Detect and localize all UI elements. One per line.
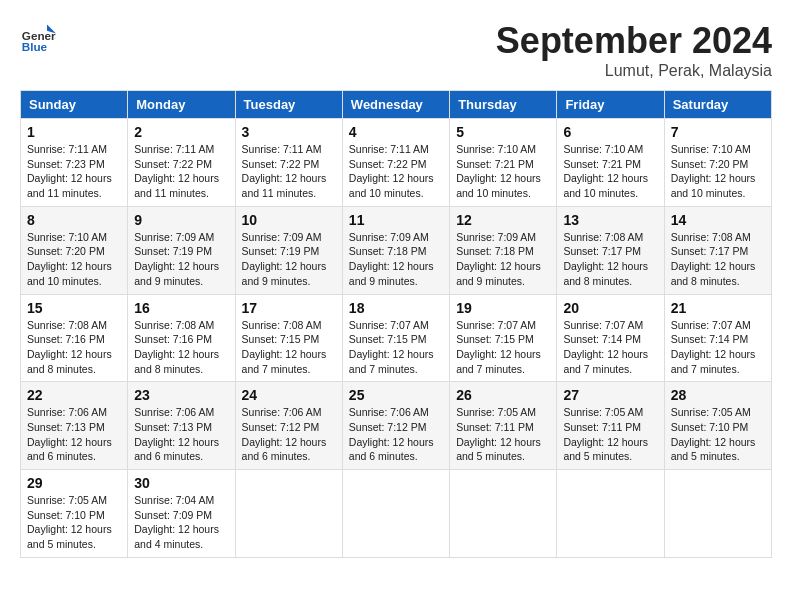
calendar-header-row: Sunday Monday Tuesday Wednesday Thursday…: [21, 91, 772, 119]
day-info: Sunrise: 7:07 AMSunset: 7:14 PMDaylight:…: [671, 318, 765, 377]
day-info: Sunrise: 7:09 AMSunset: 7:18 PMDaylight:…: [456, 230, 550, 289]
day-info: Sunrise: 7:11 AMSunset: 7:22 PMDaylight:…: [242, 142, 336, 201]
day-number: 27: [563, 387, 657, 403]
table-row: 7 Sunrise: 7:10 AMSunset: 7:20 PMDayligh…: [664, 119, 771, 207]
table-row: 18 Sunrise: 7:07 AMSunset: 7:15 PMDaylig…: [342, 294, 449, 382]
day-number: 24: [242, 387, 336, 403]
day-info: Sunrise: 7:10 AMSunset: 7:20 PMDaylight:…: [27, 230, 121, 289]
day-number: 13: [563, 212, 657, 228]
day-number: 11: [349, 212, 443, 228]
day-info: Sunrise: 7:10 AMSunset: 7:21 PMDaylight:…: [563, 142, 657, 201]
table-row: 12 Sunrise: 7:09 AMSunset: 7:18 PMDaylig…: [450, 206, 557, 294]
table-row: 24 Sunrise: 7:06 AMSunset: 7:12 PMDaylig…: [235, 382, 342, 470]
col-friday: Friday: [557, 91, 664, 119]
day-number: 18: [349, 300, 443, 316]
table-row: 22 Sunrise: 7:06 AMSunset: 7:13 PMDaylig…: [21, 382, 128, 470]
table-row: 16 Sunrise: 7:08 AMSunset: 7:16 PMDaylig…: [128, 294, 235, 382]
day-info: Sunrise: 7:08 AMSunset: 7:16 PMDaylight:…: [27, 318, 121, 377]
location: Lumut, Perak, Malaysia: [496, 62, 772, 80]
day-number: 2: [134, 124, 228, 140]
day-number: 23: [134, 387, 228, 403]
table-row: [450, 470, 557, 558]
calendar-table: Sunday Monday Tuesday Wednesday Thursday…: [20, 90, 772, 558]
day-info: Sunrise: 7:09 AMSunset: 7:19 PMDaylight:…: [134, 230, 228, 289]
day-number: 26: [456, 387, 550, 403]
day-number: 29: [27, 475, 121, 491]
table-row: [342, 470, 449, 558]
page-header: General Blue September 2024 Lumut, Perak…: [20, 20, 772, 80]
table-row: 20 Sunrise: 7:07 AMSunset: 7:14 PMDaylig…: [557, 294, 664, 382]
day-info: Sunrise: 7:09 AMSunset: 7:19 PMDaylight:…: [242, 230, 336, 289]
day-number: 14: [671, 212, 765, 228]
day-number: 9: [134, 212, 228, 228]
table-row: 28 Sunrise: 7:05 AMSunset: 7:10 PMDaylig…: [664, 382, 771, 470]
col-sunday: Sunday: [21, 91, 128, 119]
table-row: [664, 470, 771, 558]
day-number: 5: [456, 124, 550, 140]
table-row: [557, 470, 664, 558]
table-row: [235, 470, 342, 558]
day-info: Sunrise: 7:09 AMSunset: 7:18 PMDaylight:…: [349, 230, 443, 289]
table-row: 8 Sunrise: 7:10 AMSunset: 7:20 PMDayligh…: [21, 206, 128, 294]
day-number: 25: [349, 387, 443, 403]
day-number: 30: [134, 475, 228, 491]
table-row: 1 Sunrise: 7:11 AMSunset: 7:23 PMDayligh…: [21, 119, 128, 207]
day-info: Sunrise: 7:06 AMSunset: 7:12 PMDaylight:…: [349, 405, 443, 464]
day-info: Sunrise: 7:05 AMSunset: 7:11 PMDaylight:…: [563, 405, 657, 464]
table-row: 10 Sunrise: 7:09 AMSunset: 7:19 PMDaylig…: [235, 206, 342, 294]
col-wednesday: Wednesday: [342, 91, 449, 119]
day-info: Sunrise: 7:07 AMSunset: 7:14 PMDaylight:…: [563, 318, 657, 377]
day-number: 4: [349, 124, 443, 140]
table-row: 30 Sunrise: 7:04 AMSunset: 7:09 PMDaylig…: [128, 470, 235, 558]
table-row: 5 Sunrise: 7:10 AMSunset: 7:21 PMDayligh…: [450, 119, 557, 207]
day-info: Sunrise: 7:11 AMSunset: 7:23 PMDaylight:…: [27, 142, 121, 201]
table-row: 6 Sunrise: 7:10 AMSunset: 7:21 PMDayligh…: [557, 119, 664, 207]
day-number: 1: [27, 124, 121, 140]
logo: General Blue: [20, 20, 60, 56]
day-info: Sunrise: 7:07 AMSunset: 7:15 PMDaylight:…: [456, 318, 550, 377]
table-row: 9 Sunrise: 7:09 AMSunset: 7:19 PMDayligh…: [128, 206, 235, 294]
col-tuesday: Tuesday: [235, 91, 342, 119]
day-info: Sunrise: 7:05 AMSunset: 7:10 PMDaylight:…: [27, 493, 121, 552]
col-monday: Monday: [128, 91, 235, 119]
table-row: 15 Sunrise: 7:08 AMSunset: 7:16 PMDaylig…: [21, 294, 128, 382]
day-info: Sunrise: 7:04 AMSunset: 7:09 PMDaylight:…: [134, 493, 228, 552]
title-block: September 2024 Lumut, Perak, Malaysia: [496, 20, 772, 80]
day-number: 3: [242, 124, 336, 140]
col-thursday: Thursday: [450, 91, 557, 119]
table-row: 26 Sunrise: 7:05 AMSunset: 7:11 PMDaylig…: [450, 382, 557, 470]
day-number: 16: [134, 300, 228, 316]
day-info: Sunrise: 7:06 AMSunset: 7:12 PMDaylight:…: [242, 405, 336, 464]
day-number: 17: [242, 300, 336, 316]
table-row: 13 Sunrise: 7:08 AMSunset: 7:17 PMDaylig…: [557, 206, 664, 294]
day-number: 22: [27, 387, 121, 403]
table-row: 17 Sunrise: 7:08 AMSunset: 7:15 PMDaylig…: [235, 294, 342, 382]
day-info: Sunrise: 7:05 AMSunset: 7:11 PMDaylight:…: [456, 405, 550, 464]
table-row: 21 Sunrise: 7:07 AMSunset: 7:14 PMDaylig…: [664, 294, 771, 382]
table-row: 3 Sunrise: 7:11 AMSunset: 7:22 PMDayligh…: [235, 119, 342, 207]
table-row: 23 Sunrise: 7:06 AMSunset: 7:13 PMDaylig…: [128, 382, 235, 470]
day-info: Sunrise: 7:11 AMSunset: 7:22 PMDaylight:…: [349, 142, 443, 201]
table-row: 2 Sunrise: 7:11 AMSunset: 7:22 PMDayligh…: [128, 119, 235, 207]
day-number: 8: [27, 212, 121, 228]
day-info: Sunrise: 7:07 AMSunset: 7:15 PMDaylight:…: [349, 318, 443, 377]
day-info: Sunrise: 7:08 AMSunset: 7:16 PMDaylight:…: [134, 318, 228, 377]
day-number: 19: [456, 300, 550, 316]
day-number: 6: [563, 124, 657, 140]
day-info: Sunrise: 7:08 AMSunset: 7:15 PMDaylight:…: [242, 318, 336, 377]
svg-text:Blue: Blue: [22, 40, 48, 53]
day-info: Sunrise: 7:10 AMSunset: 7:21 PMDaylight:…: [456, 142, 550, 201]
day-number: 10: [242, 212, 336, 228]
day-info: Sunrise: 7:06 AMSunset: 7:13 PMDaylight:…: [27, 405, 121, 464]
table-row: 4 Sunrise: 7:11 AMSunset: 7:22 PMDayligh…: [342, 119, 449, 207]
table-row: 25 Sunrise: 7:06 AMSunset: 7:12 PMDaylig…: [342, 382, 449, 470]
day-info: Sunrise: 7:08 AMSunset: 7:17 PMDaylight:…: [671, 230, 765, 289]
day-info: Sunrise: 7:11 AMSunset: 7:22 PMDaylight:…: [134, 142, 228, 201]
day-number: 20: [563, 300, 657, 316]
day-number: 21: [671, 300, 765, 316]
table-row: 11 Sunrise: 7:09 AMSunset: 7:18 PMDaylig…: [342, 206, 449, 294]
table-row: 29 Sunrise: 7:05 AMSunset: 7:10 PMDaylig…: [21, 470, 128, 558]
day-number: 7: [671, 124, 765, 140]
day-info: Sunrise: 7:10 AMSunset: 7:20 PMDaylight:…: [671, 142, 765, 201]
day-number: 28: [671, 387, 765, 403]
